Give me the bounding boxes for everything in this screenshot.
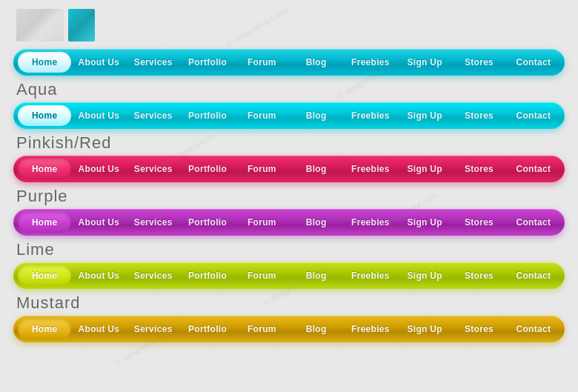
nav-item-freebies[interactable]: Freebies [344, 212, 397, 233]
nav-item-contact[interactable]: Contact [507, 52, 560, 73]
nav-bar-aqua: Home About Us Services Portfolio Forum B… [13, 49, 565, 76]
nav-item-about[interactable]: About Us [72, 159, 125, 179]
main-container: Home About Us Services Portfolio Forum B… [0, 0, 578, 356]
nav-section-purple: Home About Us Services Portfolio Forum B… [13, 209, 565, 236]
nav-item-home[interactable]: Home [18, 212, 71, 233]
label-mustard: Mustard [16, 293, 565, 313]
nav-item-home[interactable]: Home [18, 52, 71, 73]
nav-item-forum[interactable]: Forum [235, 52, 288, 73]
nav-bar-aqua2: Home About Us Services Portfolio Forum B… [13, 102, 565, 129]
nav-item-stores[interactable]: Stores [452, 212, 505, 233]
nav-item-services[interactable]: Services [127, 52, 180, 73]
nav-item-blog[interactable]: Blog [289, 265, 342, 286]
logo-area [13, 9, 565, 41]
nav-item-stores[interactable]: Stores [452, 265, 505, 286]
label-lime: Lime [16, 240, 565, 259]
nav-item-stores[interactable]: Stores [452, 319, 505, 339]
nav-item-freebies[interactable]: Freebies [344, 159, 397, 179]
nav-item-signup[interactable]: Sign Up [398, 52, 451, 73]
nav-item-stores[interactable]: Stores [452, 105, 505, 126]
nav-item-contact[interactable]: Contact [507, 319, 560, 339]
nav-item-forum[interactable]: Forum [235, 212, 288, 233]
nav-item-portfolio[interactable]: Portfolio [181, 105, 234, 126]
nav-item-portfolio[interactable]: Portfolio [181, 159, 234, 179]
nav-item-portfolio[interactable]: Portfolio [181, 319, 234, 339]
nav-item-blog[interactable]: Blog [289, 105, 342, 126]
nav-item-about[interactable]: About Us [72, 265, 125, 286]
nav-item-freebies[interactable]: Freebies [344, 52, 397, 73]
nav-item-signup[interactable]: Sign Up [398, 159, 451, 179]
nav-item-portfolio[interactable]: Portfolio [181, 265, 234, 286]
nav-item-services[interactable]: Services [127, 105, 180, 126]
nav-item-portfolio[interactable]: Portfolio [181, 212, 234, 233]
nav-item-services[interactable]: Services [127, 212, 180, 233]
label-purple: Purple [16, 187, 565, 206]
nav-section-mustard: Home About Us Services Portfolio Forum B… [13, 316, 565, 342]
nav-item-freebies[interactable]: Freebies [344, 319, 397, 339]
nav-item-contact[interactable]: Contact [507, 105, 560, 126]
nav-item-services[interactable]: Services [127, 319, 180, 339]
nav-item-blog[interactable]: Blog [289, 159, 342, 179]
nav-item-about[interactable]: About Us [72, 105, 125, 126]
nav-item-forum[interactable]: Forum [235, 159, 288, 179]
label-aqua: Aqua [16, 80, 565, 99]
logo-gray-box [16, 9, 64, 41]
nav-item-signup[interactable]: Sign Up [398, 105, 451, 126]
nav-item-forum[interactable]: Forum [235, 319, 288, 339]
nav-bar-pink: Home About Us Services Portfolio Forum B… [13, 156, 565, 182]
nav-item-freebies[interactable]: Freebies [344, 105, 397, 126]
logo-blue-box [68, 9, 95, 41]
nav-section-lime: Home About Us Services Portfolio Forum B… [13, 262, 565, 289]
nav-item-stores[interactable]: Stores [452, 159, 505, 179]
nav-bar-mustard: Home About Us Services Portfolio Forum B… [13, 316, 565, 342]
nav-item-blog[interactable]: Blog [289, 212, 342, 233]
nav-item-contact[interactable]: Contact [507, 159, 560, 179]
nav-bar-lime: Home About Us Services Portfolio Forum B… [13, 262, 565, 289]
nav-section-aqua2: Home About Us Services Portfolio Forum B… [13, 102, 565, 129]
nav-item-home[interactable]: Home [18, 319, 71, 339]
nav-item-signup[interactable]: Sign Up [398, 212, 451, 233]
nav-item-freebies[interactable]: Freebies [344, 265, 397, 286]
nav-item-stores[interactable]: Stores [452, 52, 505, 73]
nav-item-blog[interactable]: Blog [289, 52, 342, 73]
nav-item-home[interactable]: Home [18, 105, 71, 126]
nav-section-aqua: Home About Us Services Portfolio Forum B… [13, 49, 565, 76]
nav-bar-purple: Home About Us Services Portfolio Forum B… [13, 209, 565, 236]
nav-item-about[interactable]: About Us [72, 212, 125, 233]
nav-item-contact[interactable]: Contact [507, 212, 560, 233]
label-pinkish: Pinkish/Red [16, 133, 565, 153]
nav-item-signup[interactable]: Sign Up [398, 265, 451, 286]
nav-item-portfolio[interactable]: Portfolio [181, 52, 234, 73]
nav-item-about[interactable]: About Us [72, 52, 125, 73]
nav-item-home[interactable]: Home [18, 265, 71, 286]
nav-item-blog[interactable]: Blog [289, 319, 342, 339]
nav-item-signup[interactable]: Sign Up [398, 319, 451, 339]
nav-item-about[interactable]: About Us [72, 319, 125, 339]
nav-item-forum[interactable]: Forum [235, 265, 288, 286]
nav-item-services[interactable]: Services [127, 159, 180, 179]
nav-item-home[interactable]: Home [18, 159, 71, 179]
nav-item-services[interactable]: Services [127, 265, 180, 286]
nav-item-contact[interactable]: Contact [507, 265, 560, 286]
nav-item-forum[interactable]: Forum [235, 105, 288, 126]
nav-section-pink: Home About Us Services Portfolio Forum B… [13, 156, 565, 182]
